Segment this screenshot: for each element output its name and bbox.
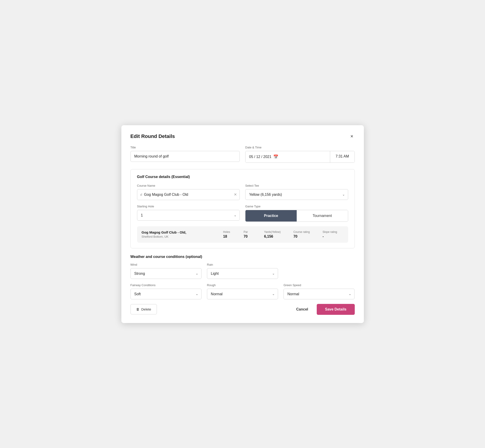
course-info-row: Gog Magog Golf Club - Old, Shelford Bott…	[137, 226, 348, 243]
hole-gametype-row: Starting Hole 1234 5678 910 ⌄ Game Type …	[137, 205, 348, 222]
wind-rain-row: Wind CalmLightModerateStrongVery Strong …	[130, 263, 355, 279]
footer-row: 🗑 Delete Cancel Save Details	[130, 304, 355, 315]
green-speed-select-wrap: SlowNormalFastVery Fast ⌄	[283, 289, 355, 299]
slope-rating-label: Slope rating	[323, 230, 337, 233]
title-input[interactable]	[130, 151, 240, 162]
delete-label: Delete	[141, 307, 151, 311]
game-type-group: Game Type Practice Tournament	[245, 205, 348, 222]
trash-icon: 🗑	[136, 307, 140, 311]
select-tee-group: Select Tee Yellow (6,156 yards) White Re…	[245, 184, 348, 200]
course-rating-label: Course rating	[293, 230, 310, 233]
starting-hole-dropdown[interactable]: 1234 5678 910	[137, 210, 240, 221]
yards-label: Yards(Yellow)	[264, 230, 281, 233]
datetime-inputs: 05 / 12 / 2021 📅 7:31 AM	[245, 151, 355, 163]
datetime-group: Date & Time 05 / 12 / 2021 📅 7:31 AM	[245, 146, 355, 163]
golf-section-title: Golf Course details (Essential)	[137, 175, 348, 179]
rain-label: Rain	[207, 263, 278, 266]
course-rating-value: 70	[293, 234, 297, 239]
rain-dropdown[interactable]: NoneLightModerateHeavy	[207, 268, 278, 279]
fairway-dropdown[interactable]: DryNormalSoftWet	[130, 289, 202, 299]
datetime-label: Date & Time	[245, 146, 355, 149]
slope-rating-value: -	[323, 234, 323, 239]
title-label: Title	[130, 146, 240, 149]
weather-section-title: Weather and course conditions (optional)	[130, 255, 355, 259]
green-speed-dropdown[interactable]: SlowNormalFastVery Fast	[283, 289, 355, 299]
starting-hole-group: Starting Hole 1234 5678 910 ⌄	[137, 205, 240, 222]
rough-label: Rough	[207, 283, 278, 287]
modal-title: Edit Round Details	[130, 133, 175, 139]
green-speed-group: Green Speed SlowNormalFastVery Fast ⌄	[283, 283, 355, 299]
time-value: 7:31 AM	[336, 154, 349, 158]
course-name-input-wrap: ☌ ✕	[137, 189, 240, 200]
modal-header: Edit Round Details ×	[130, 133, 355, 139]
course-name-label: Course Name	[137, 184, 240, 187]
course-info-name: Gog Magog Golf Club - Old,	[142, 230, 217, 234]
calendar-icon: 📅	[273, 154, 278, 159]
yards-stat: Yards(Yellow) 6,156	[258, 230, 287, 239]
date-input[interactable]: 05 / 12 / 2021 📅	[245, 151, 330, 162]
wind-label: Wind	[130, 263, 202, 266]
green-speed-label: Green Speed	[283, 283, 355, 287]
edit-round-modal: Edit Round Details × Title Date & Time 0…	[121, 125, 364, 323]
course-tee-row: Course Name ☌ ✕ Select Tee Yellow (6,156…	[137, 184, 348, 200]
fairway-group: Fairway Conditions DryNormalSoftWet ⌄	[130, 283, 202, 299]
course-info-location: Shelford Bottom, UK	[142, 235, 217, 238]
course-rating-stat: Course rating 70	[287, 230, 316, 239]
weather-section: Weather and course conditions (optional)…	[130, 255, 355, 299]
slope-rating-stat: Slope rating -	[316, 230, 343, 239]
wind-select-wrap: CalmLightModerateStrongVery Strong ⌄	[130, 268, 202, 279]
rain-select-wrap: NoneLightModerateHeavy ⌄	[207, 268, 278, 279]
tournament-toggle-button[interactable]: Tournament	[297, 210, 348, 222]
course-name-input[interactable]	[144, 189, 232, 200]
time-input[interactable]: 7:31 AM	[330, 151, 355, 162]
yards-value: 6,156	[264, 234, 273, 239]
game-type-toggle: Practice Tournament	[245, 210, 348, 222]
cancel-button[interactable]: Cancel	[294, 304, 310, 314]
fairway-select-wrap: DryNormalSoftWet ⌄	[130, 289, 202, 299]
select-tee-label: Select Tee	[245, 184, 348, 187]
rough-dropdown[interactable]: ShortNormalLongVery Long	[207, 289, 278, 299]
date-value: 05 / 12 / 2021	[249, 155, 271, 159]
delete-button[interactable]: 🗑 Delete	[130, 304, 157, 314]
course-name-group: Course Name ☌ ✕	[137, 184, 240, 200]
select-tee-dropdown[interactable]: Yellow (6,156 yards) White Red Blue	[245, 189, 348, 200]
rain-group: Rain NoneLightModerateHeavy ⌄	[207, 263, 278, 279]
holes-stat: Holes 18	[217, 230, 237, 239]
practice-toggle-button[interactable]: Practice	[245, 210, 297, 222]
holes-value: 18	[223, 234, 227, 239]
game-type-label: Game Type	[245, 205, 348, 208]
golf-course-section: Golf Course details (Essential) Course N…	[130, 169, 355, 248]
par-value: 70	[244, 234, 248, 239]
footer-right: Cancel Save Details	[294, 304, 355, 315]
select-tee-wrap: Yellow (6,156 yards) White Red Blue ⌄	[245, 189, 348, 200]
rough-select-wrap: ShortNormalLongVery Long ⌄	[207, 289, 278, 299]
clear-course-icon[interactable]: ✕	[234, 192, 237, 197]
starting-hole-label: Starting Hole	[137, 205, 240, 208]
fairway-label: Fairway Conditions	[130, 283, 202, 287]
wind-dropdown[interactable]: CalmLightModerateStrongVery Strong	[130, 268, 202, 279]
par-stat: Par 70	[237, 230, 258, 239]
title-group: Title	[130, 146, 240, 163]
search-icon: ☌	[140, 192, 142, 197]
holes-label: Holes	[223, 230, 230, 233]
fairway-rough-green-row: Fairway Conditions DryNormalSoftWet ⌄ Ro…	[130, 283, 355, 299]
course-name-location: Gog Magog Golf Club - Old, Shelford Bott…	[142, 230, 217, 238]
rough-group: Rough ShortNormalLongVery Long ⌄	[207, 283, 278, 299]
top-row: Title Date & Time 05 / 12 / 2021 📅 7:31 …	[130, 146, 355, 163]
starting-hole-wrap: 1234 5678 910 ⌄	[137, 210, 240, 221]
par-label: Par	[244, 230, 248, 233]
close-button[interactable]: ×	[349, 133, 355, 139]
wind-group: Wind CalmLightModerateStrongVery Strong …	[130, 263, 202, 279]
save-details-button[interactable]: Save Details	[317, 304, 355, 315]
